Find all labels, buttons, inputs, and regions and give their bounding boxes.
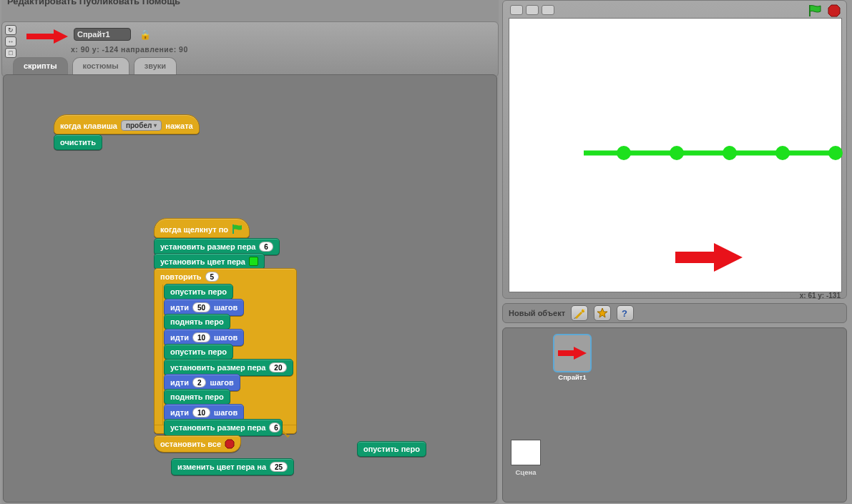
stage-canvas[interactable]	[509, 18, 842, 292]
block-pen-down-1[interactable]: опустить перо	[164, 284, 233, 300]
block-when-key-pressed[interactable]: когда клавиша пробел нажата	[54, 114, 200, 134]
block-pen-down-loose[interactable]: опустить перо	[357, 441, 426, 457]
menu-bar-remnant: Редактировать Публиковать Помощь	[7, 0, 180, 6]
svg-marker-11	[597, 308, 607, 317]
block-when-flag-clicked[interactable]: когда щелкнут по	[154, 218, 250, 238]
sprite-list-panel: Спрайт1 Сцена	[502, 327, 847, 503]
present-full-button[interactable]	[542, 5, 554, 15]
stage-panel: x: 61 y: -131 Новый объект ? Спрайт1 Сце…	[501, 0, 850, 504]
block-set-pen-size-3[interactable]: установить размер пера6	[164, 419, 283, 436]
tab-bar: скрипты костюмы звуки	[13, 57, 177, 74]
tab-scripts[interactable]: скрипты	[13, 57, 68, 74]
editor-panel: Редактировать Публиковать Помощь ↻ ↔ □ 🔒…	[1, 0, 499, 504]
svg-point-8	[828, 146, 843, 160]
color-swatch[interactable]	[249, 257, 258, 266]
block-pen-up-2[interactable]: поднять перо	[164, 389, 230, 405]
svg-point-4	[617, 146, 631, 160]
annotation-arrow-sprite-name	[26, 28, 69, 45]
new-object-toolbar: Новый объект ?	[502, 303, 847, 323]
svg-point-7	[775, 146, 790, 160]
svg-text:?: ?	[622, 308, 627, 319]
block-clear[interactable]: очистить	[54, 134, 102, 150]
view-mode-buttons: ↻ ↔ □	[5, 25, 16, 58]
present-large-button[interactable]	[526, 5, 539, 15]
key-dropdown[interactable]: пробел	[121, 120, 162, 131]
green-flag-icon	[232, 224, 243, 234]
stage-thumbnail[interactable]: Сцена	[509, 440, 543, 476]
block-set-pen-color[interactable]: установить цвет пера	[154, 253, 265, 270]
stage-mouse-coords: x: 61 y: -131	[800, 292, 841, 300]
script-area[interactable]: когда клавиша пробел нажата очистить ког…	[3, 74, 497, 503]
svg-marker-9	[675, 243, 743, 272]
stop-button[interactable]	[828, 4, 841, 17]
block-label: когда клавиша	[60, 122, 117, 130]
tab-sounds[interactable]: звуки	[134, 57, 177, 74]
stop-icon	[225, 439, 235, 449]
sprite-thumbnail[interactable]: Спрайт1	[553, 334, 592, 382]
block-label: нажата	[165, 122, 192, 130]
svg-marker-1	[225, 440, 234, 448]
block-pen-down-2[interactable]: опустить перо	[164, 344, 233, 360]
view-flip-button[interactable]: ↔	[5, 36, 16, 46]
stage-thumbnail-label: Сцена	[509, 468, 543, 476]
view-rotate-button[interactable]: ↻	[5, 25, 16, 35]
new-object-label: Новый объект	[509, 309, 565, 317]
stage-sprite-arrow[interactable]	[675, 242, 744, 273]
svg-point-6	[723, 146, 737, 160]
thumb-arrow-icon	[557, 345, 588, 361]
block-pen-up-1[interactable]: поднять перо	[164, 314, 230, 330]
num-input[interactable]: 6	[259, 242, 273, 252]
view-none-button[interactable]: □	[5, 48, 16, 58]
tab-costumes[interactable]: костюмы	[72, 57, 129, 74]
svg-marker-13	[558, 347, 587, 360]
svg-marker-2	[828, 5, 840, 16]
paint-new-sprite-button[interactable]	[571, 305, 588, 321]
present-small-button[interactable]	[510, 5, 523, 15]
lock-icon[interactable]: 🔒	[139, 29, 151, 40]
stage-frame: x: 61 y: -131	[502, 0, 847, 299]
block-change-pen-color[interactable]: изменить цвет пера на25	[171, 458, 294, 475]
sprite-name-input[interactable]	[74, 28, 131, 41]
num-input[interactable]: 5	[205, 272, 220, 282]
svg-marker-0	[26, 29, 68, 44]
surprise-sprite-button[interactable]: ?	[617, 305, 634, 321]
block-stop-all[interactable]: остановить все	[154, 435, 241, 453]
sprite-thumbnail-label: Спрайт1	[553, 373, 592, 382]
sprite-coords-label: x: 90 y: -124 направление: 90	[71, 45, 188, 54]
choose-sprite-button[interactable]	[594, 305, 611, 321]
stage-run-controls	[808, 4, 841, 17]
svg-point-5	[670, 146, 684, 160]
presentation-modes	[510, 5, 554, 15]
green-flag-button[interactable]	[808, 4, 822, 17]
